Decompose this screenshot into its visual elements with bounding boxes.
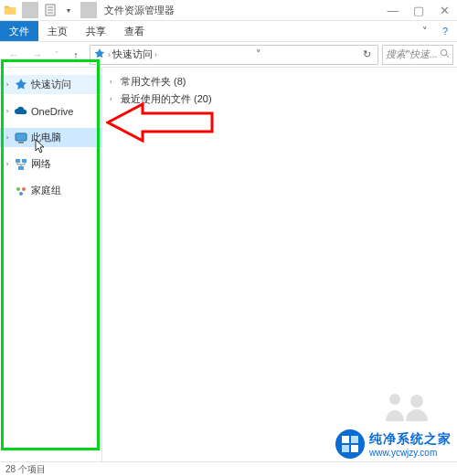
title-bar: ▾ 文件资源管理器 — ▢ ✕	[0, 0, 457, 21]
svg-rect-7	[18, 142, 24, 143]
svg-rect-18	[351, 436, 358, 443]
network-icon	[14, 157, 28, 172]
group-row-recent-files[interactable]: › 最近使用的文件 (20)	[110, 90, 450, 108]
nav-item-onedrive[interactable]: › OneDrive	[0, 101, 101, 121]
search-input[interactable]: 搜索"快速...	[382, 45, 453, 65]
navigation-pane[interactable]: › 快速访问 › OneDrive › 此电脑 › 网络	[0, 68, 102, 461]
ribbon-expand-icon[interactable]: ˅	[417, 21, 433, 41]
svg-point-13	[19, 192, 23, 196]
qat-separator-2	[80, 2, 97, 18]
nav-item-label: OneDrive	[31, 106, 73, 117]
svg-point-16	[335, 429, 365, 459]
svg-rect-19	[342, 445, 349, 452]
tab-file[interactable]: 文件	[0, 21, 38, 41]
group-row-label: 最近使用的文件 (20)	[121, 92, 212, 106]
nav-item-homegroup[interactable]: 家庭组	[0, 181, 101, 200]
window-title: 文件资源管理器	[104, 4, 175, 17]
ribbon-help-icon[interactable]: ?	[433, 21, 457, 41]
quick-access-star-icon	[93, 48, 106, 62]
address-go-dropdown-icon[interactable]: ˅	[252, 48, 265, 60]
star-icon	[14, 78, 28, 92]
refresh-icon[interactable]: ↻	[359, 48, 375, 60]
status-item-count: 28 个项目	[5, 463, 46, 476]
nav-item-label: 快速访问	[31, 78, 71, 91]
watermark-logo-icon	[335, 428, 366, 460]
svg-point-15	[410, 395, 423, 407]
nav-recent-dropdown-icon[interactable]: ˅	[51, 45, 62, 65]
breadcrumb-chevron-icon[interactable]: ›	[108, 50, 111, 59]
watermark-url: www.ycwjzy.com	[369, 448, 452, 458]
svg-rect-20	[351, 445, 358, 452]
breadcrumb-chevron-icon[interactable]: ›	[154, 50, 157, 59]
group-row-frequent-folders[interactable]: › 常用文件夹 (8)	[110, 73, 450, 90]
qat-separator	[22, 2, 38, 18]
qat-dropdown-icon[interactable]: ▾	[60, 2, 77, 18]
quick-access-toolbar: ▾	[0, 2, 99, 18]
svg-rect-8	[16, 159, 20, 163]
app-folder-icon	[2, 2, 18, 18]
svg-rect-9	[22, 159, 27, 163]
svg-rect-6	[16, 133, 27, 141]
homegroup-icon	[14, 184, 28, 198]
ribbon-tabs: 文件 主页 共享 查看 ˅ ?	[0, 21, 457, 42]
svg-point-14	[389, 394, 400, 405]
empty-state-people-icon	[382, 390, 433, 427]
nav-item-quick-access[interactable]: › 快速访问	[0, 75, 101, 94]
svg-rect-10	[18, 166, 24, 170]
tree-expand-icon[interactable]: ›	[4, 133, 11, 142]
svg-point-4	[441, 49, 446, 55]
tab-share[interactable]: 共享	[77, 21, 115, 41]
nav-item-label: 网络	[31, 157, 51, 171]
breadcrumb[interactable]: › 快速访问 › ˅ ↻	[90, 45, 378, 65]
minimize-button[interactable]: —	[380, 0, 406, 21]
maximize-button[interactable]: ▢	[406, 0, 431, 21]
properties-icon[interactable]	[42, 2, 58, 18]
breadcrumb-location[interactable]: 快速访问	[112, 48, 153, 61]
nav-forward-button[interactable]: →	[27, 45, 48, 65]
svg-line-5	[446, 55, 449, 58]
tab-home[interactable]: 主页	[38, 21, 77, 41]
close-button[interactable]: ✕	[431, 0, 457, 21]
nav-item-label: 家庭组	[31, 184, 61, 197]
nav-item-network[interactable]: › 网络	[0, 154, 101, 174]
search-placeholder: 搜索"快速...	[386, 48, 438, 61]
watermark: 纯净系统之家 www.ycwjzy.com	[335, 428, 452, 460]
tree-expand-icon[interactable]: ›	[4, 107, 11, 115]
svg-point-11	[16, 187, 20, 191]
nav-back-button[interactable]: ←	[4, 45, 24, 65]
window-controls: — ▢ ✕	[380, 0, 457, 21]
watermark-title: 纯净系统之家	[369, 431, 452, 448]
group-expand-icon[interactable]: ›	[110, 95, 117, 103]
tree-expand-icon[interactable]: ›	[4, 80, 11, 89]
tab-view[interactable]: 查看	[115, 21, 154, 41]
pc-icon	[14, 131, 28, 145]
group-row-label: 常用文件夹 (8)	[121, 75, 186, 89]
tree-expand-icon[interactable]: ›	[4, 160, 11, 168]
search-icon	[440, 48, 450, 60]
group-expand-icon[interactable]: ›	[110, 78, 117, 86]
nav-item-this-pc[interactable]: › 此电脑	[0, 128, 101, 147]
svg-point-12	[22, 187, 26, 191]
status-bar: 28 个项目	[0, 461, 457, 476]
address-bar: ← → ˅ ↑ › 快速访问 › ˅ ↻ 搜索"快速...	[0, 42, 457, 68]
nav-up-button[interactable]: ↑	[66, 45, 86, 65]
cloud-icon	[14, 104, 28, 119]
svg-rect-17	[342, 436, 349, 443]
